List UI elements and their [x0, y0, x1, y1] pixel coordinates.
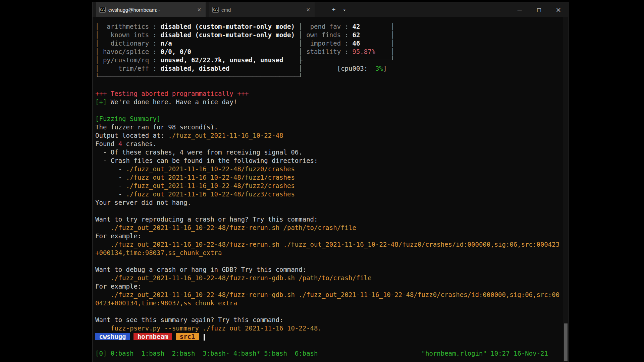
terminal-text-segment: trim/eff :	[99, 65, 160, 72]
terminal-text-segment: ./fuzz_out_2021-11-16_10-22-48/fuzz3/cra…	[126, 190, 295, 198]
terminal-text-segment: │	[299, 40, 302, 47]
terminal-text-segment: 42	[352, 23, 360, 30]
terminal-text-segment: ./fuzz_out_2021-11-16_10-22-48/fuzz0/cra…	[126, 165, 295, 173]
afl-box-row: │ havoc/splice : 0/0, 0/0 │ stability : …	[95, 48, 568, 56]
terminal-text-segment: +++ Testing aborted programmatically +++	[95, 90, 249, 97]
terminal-row	[95, 81, 568, 89]
terminal-text-segment	[172, 333, 176, 340]
terminal-text-segment: │	[95, 40, 99, 47]
terminal-text-segment: 4	[118, 140, 122, 147]
terminal-text-segment	[95, 324, 111, 332]
terminal-text-segment: havoc/splice :	[99, 48, 160, 55]
cmd-icon: C:\	[212, 7, 219, 13]
terminal-text-segment: 0423+000134,time:98037,ss_chunk_extra	[95, 299, 237, 307]
maximize-button[interactable]: □	[529, 2, 549, 17]
terminal-line: - Of these crashes, 4 were from receivin…	[95, 148, 568, 157]
afl-box-row: │ dictionary : n/a │ imported : 46 │	[95, 39, 568, 48]
terminal-text-segment: 46	[352, 40, 360, 47]
terminal-text-segment: imported :	[303, 40, 353, 47]
terminal-text-segment: │	[391, 23, 394, 30]
new-tab-button[interactable]: +	[328, 2, 339, 17]
tab-dropdown-icon[interactable]: ∨	[339, 2, 350, 17]
prompt-row: cwshugg hornbeam src1	[95, 333, 568, 341]
close-button[interactable]: ×	[549, 2, 568, 17]
terminal-text-segment: -	[95, 174, 126, 181]
terminal-text-segment: │	[391, 40, 394, 47]
terminal-line: ./fuzz_out_2021-11-16_10-22-48/fuzz-reru…	[95, 224, 568, 232]
terminal-line: - Crash files can be found in the follow…	[95, 157, 568, 165]
terminal-text-segment: For example:	[95, 283, 141, 290]
terminal-text-segment: [Fuzzing Summary]	[95, 115, 160, 122]
terminal-line: For example:	[95, 232, 568, 240]
terminal-text-segment: ./fuzz_out_2021-11-16_10-22-48	[168, 132, 283, 139]
terminal-text-segment: │	[391, 31, 394, 39]
terminal-text-segment	[95, 291, 111, 298]
scrollbar-thumb[interactable]	[564, 323, 568, 361]
terminal-text-segment: dictionary :	[99, 40, 160, 47]
close-tab-icon[interactable]: ×	[196, 7, 202, 13]
terminal-text-segment: n/a	[160, 40, 299, 47]
title-bar: C:\ cwshugg@hornbeam:~ × C:\ cmd × + ∨ —…	[93, 2, 568, 17]
terminal-text-segment: 95.87%	[352, 48, 375, 55]
terminal-text-segment: [+]	[95, 98, 107, 106]
terminal-text-segment	[95, 241, 111, 248]
terminal-text-segment: ./fuzz_out_2021-11-16_10-22-48/fuzz1/cra…	[126, 174, 295, 181]
terminal-text-segment: -	[95, 182, 126, 189]
scrollbar[interactable]	[563, 17, 568, 362]
terminal-text-segment: +000134,time:98037,ss_chunk_extra	[95, 249, 222, 256]
terminal-line: [+] We're done here. Have a nice day!	[95, 98, 568, 106]
terminal-line: 0423+000134,time:98037,ss_chunk_extra	[95, 299, 568, 307]
terminal-text-segment: [cpu003:	[337, 65, 368, 72]
terminal-text-segment: │	[299, 48, 302, 55]
terminal-row	[95, 106, 568, 115]
terminal-text-segment	[360, 23, 391, 30]
tab-cwshugg-hornbeam[interactable]: C:\ cwshugg@hornbeam:~ ×	[96, 2, 206, 17]
terminal-text-segment: - Of these crashes, 4 were from receivin…	[95, 148, 303, 156]
terminal-row	[95, 341, 568, 349]
terminal-text-segment: │	[95, 31, 99, 39]
terminal-text-segment	[375, 48, 391, 55]
terminal-text-segment: - Crash files can be found in the follow…	[95, 157, 318, 164]
terminal-row	[95, 207, 568, 215]
terminal-text-segment	[95, 274, 111, 282]
terminal-window: C:\ cwshugg@hornbeam:~ × C:\ cmd × + ∨ —…	[92, 2, 569, 362]
terminal-text-segment: For example:	[95, 232, 141, 240]
terminal-text-segment: │	[299, 65, 302, 72]
minimize-button[interactable]: —	[510, 2, 529, 17]
tab-cmd[interactable]: C:\ cmd ×	[209, 2, 315, 17]
terminal-body[interactable]: │ arithmetics : disabled (custom-mutator…	[93, 17, 568, 362]
terminal-line: +000134,time:98037,ss_chunk_extra	[95, 249, 568, 257]
terminal-text-segment: The fuzzer ran for 98 second(s).	[95, 123, 218, 131]
terminal-text-segment: ./fuzz_out_2021-11-16_10-22-48/fuzz2/cra…	[126, 182, 295, 189]
terminal-text-segment: arithmetics :	[99, 23, 160, 30]
terminal-line: Output located at: ./fuzz_out_2021-11-16…	[95, 131, 568, 140]
terminal-text-segment: own finds :	[303, 31, 353, 39]
terminal-text-segment: Want to see this summary again? Try this…	[95, 316, 283, 323]
cmd-icon: C:\	[99, 7, 106, 13]
terminal-text-segment: cwshugg	[95, 333, 130, 340]
terminal-line: ./fuzz_out_2021-11-16_10-22-48/fuzz-reru…	[95, 274, 568, 282]
terminal-text-segment: Want to try reproducing a crash or hang?…	[95, 216, 318, 223]
terminal-line: ./fuzz_out_2021-11-16_10-22-48/fuzz-reru…	[95, 291, 568, 299]
terminal-text-segment	[95, 224, 111, 231]
terminal-text-segment: │	[95, 65, 99, 72]
terminal-line: The fuzzer ran for 98 second(s).	[95, 123, 568, 131]
close-tab-icon[interactable]: ×	[305, 7, 311, 13]
terminal-text-segment: ]	[383, 65, 387, 72]
terminal-text-segment: ./fuzz_out_2021-11-16_10-22-48/fuzz-reru…	[111, 291, 559, 298]
afl-box-row: │ trim/eff : disabled, disabled │ [cpu00…	[95, 64, 568, 73]
terminal-line: Want to debug a crash or hang in GDB? Tr…	[95, 265, 568, 274]
afl-box-row: │ py/custom/rq : unused, 62/22.7k, unuse…	[95, 56, 568, 64]
tmux-status-bar: [0] 0:bash 1:bash 2:bash 3:bash- 4:bash*…	[95, 349, 568, 358]
terminal-text-segment: Your server did not hang.	[95, 199, 191, 206]
window-controls: — □ ×	[510, 2, 568, 17]
terminal-text-segment: Want to debug a crash or hang in GDB? Tr…	[95, 266, 306, 273]
terminal-text-segment: ./fuzz_out_2021-11-16_10-22-48/fuzz-reru…	[111, 241, 559, 248]
terminal-text-segment: ./fuzz_out_2021-11-16_10-22-48/fuzz-reru…	[111, 274, 372, 282]
terminal-line: For example:	[95, 282, 568, 291]
terminal-line: [Fuzzing Summary]	[95, 115, 568, 123]
terminal-text-segment: │	[95, 23, 99, 30]
terminal-text-segment	[303, 65, 337, 72]
afl-box-row: │ arithmetics : disabled (custom-mutator…	[95, 22, 568, 31]
terminal-line: fuzz-pserv.py --summary ./fuzz_out_2021-…	[95, 324, 568, 333]
